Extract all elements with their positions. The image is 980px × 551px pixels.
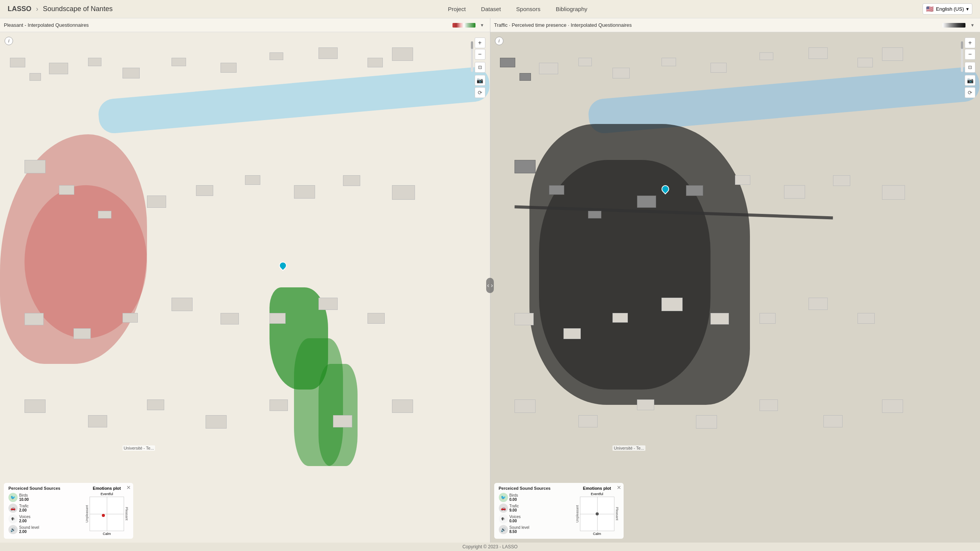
info-button-right[interactable]: i	[495, 37, 503, 45]
sound-row-trafic-left: 🚗 Trafic 2.00	[8, 504, 77, 513]
legend-chevron-left[interactable]: ▾	[479, 21, 486, 29]
emotions-container-right: Unpleasant Pleasant	[575, 497, 619, 531]
building	[710, 313, 729, 324]
scrollbar-left[interactable]	[471, 41, 473, 72]
level-label-right: Sound level	[510, 525, 529, 530]
voices-value-right: 0.00	[510, 519, 521, 523]
building	[760, 313, 776, 324]
plot-area-right	[580, 497, 614, 531]
level-icon-left: 🔊	[8, 525, 18, 534]
close-button-right[interactable]: ✕	[616, 484, 622, 491]
voices-label-right: Voices	[510, 515, 521, 519]
zoom-in-button-left[interactable]: +	[475, 37, 485, 48]
building	[710, 63, 727, 73]
flag-icon: 🇺🇸	[926, 5, 934, 13]
location-pin-left[interactable]	[279, 262, 287, 269]
building	[539, 63, 558, 74]
trafic-icon-left: 🚗	[8, 504, 18, 513]
voices-label-left: Voices	[19, 515, 30, 519]
pin-circle-right	[660, 184, 671, 194]
building	[392, 399, 413, 413]
map-panel-right: Traffic · Perceived time presence · Inte…	[490, 18, 980, 543]
bird-icon-right: 🐦	[499, 493, 508, 502]
main-area: Pleasant - Interpolated Questionnaires ▾	[0, 18, 980, 543]
building	[808, 47, 828, 59]
brand-lasso[interactable]: LASSO	[8, 5, 31, 13]
camera-icon-left[interactable]: 📷	[475, 75, 485, 86]
voices-value-left: 2.00	[19, 519, 30, 523]
building	[343, 175, 360, 186]
zoom-in-button-right[interactable]: +	[965, 37, 975, 48]
building	[333, 415, 352, 427]
building	[49, 63, 68, 74]
zoom-controls-right: + − ⊡ 📷 ⟳	[965, 37, 975, 98]
scrollbar-thumb-right	[961, 41, 963, 49]
building	[514, 399, 536, 413]
trafic-value-left: 2.00	[19, 508, 29, 512]
trafic-label-right: Trafic	[510, 504, 519, 508]
building	[270, 52, 283, 60]
zoom-controls-left: + − ⊡ 📷 ⟳	[475, 37, 485, 98]
nav-sponsors[interactable]: Sponsors	[516, 6, 540, 12]
pleasant-label-left: Pleasant	[125, 507, 129, 520]
eventful-label-left: Eventful	[85, 492, 129, 496]
zoom-reset-button-left[interactable]: ⊡	[475, 62, 485, 73]
building	[686, 185, 703, 196]
legend-chevron-right[interactable]: ▾	[969, 21, 976, 29]
sound-row-level-left: 🔊 Sound level 2.00	[8, 525, 77, 534]
zoom-out-button-left[interactable]: −	[475, 49, 485, 60]
map-splitter[interactable]: ‹ ›	[486, 37, 494, 534]
building	[637, 399, 654, 410]
chevron-down-icon: ▾	[966, 6, 969, 12]
building	[196, 185, 213, 196]
brand-chevron: ›	[36, 5, 38, 13]
map-canvas-left[interactable]: Université - Te...	[0, 32, 490, 543]
map-bg-pleasant: Université - Te...	[0, 32, 490, 543]
map-canvas-right[interactable]: Université - Te...	[490, 32, 980, 543]
building	[514, 313, 534, 325]
building	[612, 68, 630, 78]
zoom-reset-button-right[interactable]: ⊡	[965, 62, 975, 73]
language-selector[interactable]: 🇺🇸 English (US) ▾	[923, 3, 972, 15]
map-legend-left: ▾	[452, 21, 486, 29]
rotate-icon-left[interactable]: ⟳	[475, 87, 485, 98]
building	[220, 63, 237, 73]
close-button-left[interactable]: ✕	[126, 484, 132, 491]
map-bar-left: Pleasant - Interpolated Questionnaires ▾	[0, 18, 490, 32]
map-bar-right: Traffic · Perceived time presence · Inte…	[490, 18, 980, 32]
building	[24, 399, 46, 413]
building	[74, 328, 91, 339]
nav-project[interactable]: Project	[448, 6, 466, 12]
camera-icon-right[interactable]: 📷	[965, 75, 975, 86]
building	[88, 58, 101, 66]
building	[833, 175, 850, 186]
building	[735, 175, 750, 185]
voices-icon-right: 🗣	[499, 514, 508, 523]
location-pin-right[interactable]	[662, 185, 669, 193]
building	[612, 313, 628, 323]
emotions-title-right: Emotions plot	[575, 486, 619, 491]
nav-dataset[interactable]: Dataset	[481, 6, 501, 12]
info-button-left[interactable]: i	[5, 37, 13, 45]
level-value-right: 8.50	[510, 530, 529, 534]
rotate-icon-right[interactable]: ⟳	[965, 87, 975, 98]
zoom-out-button-right[interactable]: −	[965, 49, 975, 60]
nav-bibliography[interactable]: Bibliography	[556, 6, 588, 12]
building	[588, 211, 601, 218]
bird-label-left: Birds	[19, 493, 29, 497]
scrollbar-right[interactable]	[961, 41, 963, 72]
bottom-panel-left: ✕ Perceiced Sound Sources 🐦 Birds 10.00 …	[4, 483, 133, 539]
building	[578, 58, 592, 66]
building	[29, 73, 41, 81]
plot-dot-right	[596, 512, 599, 515]
plot-axis-v-left	[107, 497, 107, 531]
calm-label-left: Calm	[85, 532, 129, 536]
building	[122, 68, 140, 78]
building	[823, 415, 843, 427]
building	[882, 47, 903, 61]
building	[122, 313, 138, 323]
trafic-label-left: Trafic	[19, 504, 29, 508]
building	[10, 58, 25, 67]
map-bg-traffic: Université - Te...	[490, 32, 980, 543]
bottom-panel-right: ✕ Perceiced Sound Sources 🐦 Birds 0.00 🚗…	[494, 483, 624, 539]
